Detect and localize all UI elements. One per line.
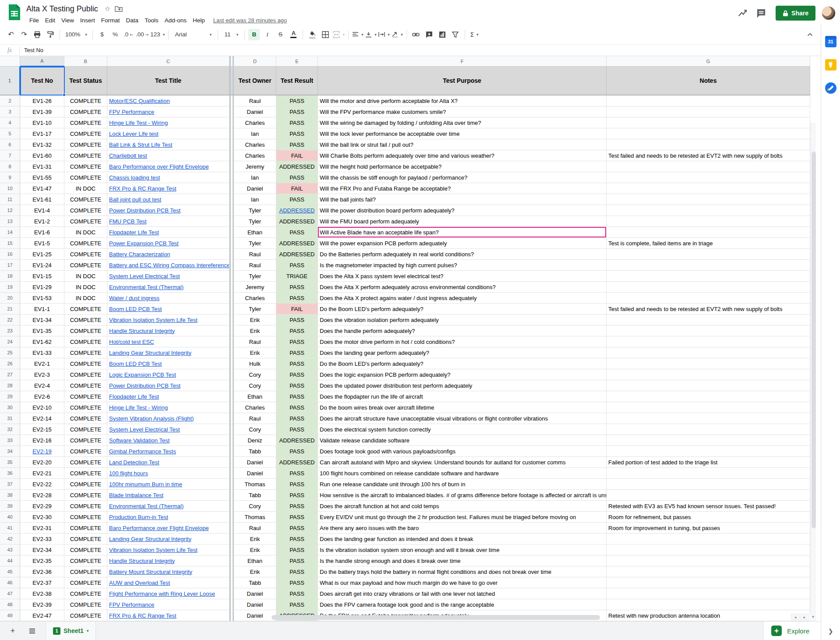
cell-test-result[interactable]: PASS bbox=[276, 534, 318, 545]
activity-icon[interactable] bbox=[737, 7, 748, 19]
test-title-link[interactable]: Production Burn-in Test bbox=[109, 514, 168, 520]
cell-test-no[interactable]: EV2-1 bbox=[20, 358, 64, 369]
cell-test-status[interactable]: COMPLETE bbox=[64, 402, 107, 413]
cell-test-owner[interactable]: Cory bbox=[234, 369, 276, 380]
scroll-down-button[interactable]: ▾ bbox=[810, 613, 816, 620]
cell-test-result[interactable]: PASS bbox=[276, 577, 318, 588]
text-wrap-button[interactable]: ▾ bbox=[378, 29, 390, 40]
cell-test-title[interactable]: Flopdapter Life Test bbox=[107, 391, 229, 402]
filter-button[interactable] bbox=[450, 29, 461, 40]
cell-test-purpose[interactable]: Does the landing gear function as intend… bbox=[318, 534, 607, 545]
row-number[interactable]: 29 bbox=[0, 391, 20, 402]
cell-test-no[interactable]: EV2-22 bbox=[20, 479, 64, 490]
test-title-link[interactable]: Power Distribution PCB Test bbox=[109, 207, 180, 214]
vertical-align-button[interactable]: ▾ bbox=[365, 29, 377, 40]
share-button[interactable]: Share bbox=[776, 6, 815, 21]
cell-test-result[interactable]: ADDRESSED bbox=[276, 435, 318, 446]
cell-notes[interactable] bbox=[607, 369, 810, 380]
add-sheet-button[interactable]: + bbox=[6, 624, 19, 637]
cell-test-result[interactable]: PASS bbox=[276, 555, 318, 566]
cell-test-result[interactable]: PASS bbox=[276, 336, 318, 347]
cell-test-purpose[interactable]: Does the flopdapter run the life of airc… bbox=[318, 391, 607, 402]
column-header-B[interactable]: B bbox=[64, 56, 107, 67]
collapse-toolbar-button[interactable] bbox=[804, 29, 815, 40]
row-number[interactable]: 5 bbox=[0, 128, 20, 139]
test-title-link[interactable]: Land Detection Test bbox=[109, 459, 159, 466]
menu-add-ons[interactable]: Add-ons bbox=[162, 16, 190, 25]
row-number[interactable]: 49 bbox=[0, 610, 20, 621]
cell-notes[interactable] bbox=[607, 599, 810, 610]
cell-test-owner[interactable]: Jeremy bbox=[234, 282, 276, 293]
column-header-C[interactable]: C bbox=[107, 56, 229, 67]
cell-test-result[interactable]: PASS bbox=[276, 227, 318, 238]
menu-edit[interactable]: Edit bbox=[42, 16, 58, 25]
cell-test-purpose[interactable]: Does the Alta X protect agains water / d… bbox=[318, 293, 607, 304]
test-title-link[interactable]: Battery Mount Structural Integrity bbox=[109, 569, 192, 575]
cell-test-result[interactable]: PASS bbox=[276, 599, 318, 610]
cell-test-title[interactable]: FRX Pro & RC Range Test bbox=[107, 610, 229, 621]
test-title-link[interactable]: Hinge Life Test - Wiring bbox=[109, 404, 168, 411]
row-number[interactable]: 14 bbox=[0, 227, 20, 238]
cell-test-title[interactable]: Power Distribution PCB Test bbox=[107, 205, 229, 216]
cell-test-status[interactable]: COMPLETE bbox=[64, 150, 107, 161]
cell-test-result[interactable]: PASS bbox=[276, 402, 318, 413]
cell-test-result[interactable]: PASS bbox=[276, 117, 318, 128]
row-number[interactable]: 4 bbox=[0, 117, 20, 128]
cell-test-purpose[interactable]: Does the aircraft function at hot and co… bbox=[318, 501, 607, 512]
all-sheets-button[interactable] bbox=[25, 624, 39, 637]
column-header-A[interactable]: A bbox=[20, 56, 64, 67]
cell-test-title[interactable]: Flopdapter Life Test bbox=[107, 227, 229, 238]
cell-test-purpose[interactable]: Does footage look good with various payl… bbox=[318, 446, 607, 457]
test-title-link[interactable]: Power Distribution PCB Test bbox=[109, 382, 180, 389]
cell-test-no[interactable]: EV2-38 bbox=[20, 588, 64, 599]
cell-test-result[interactable]: FAIL bbox=[276, 150, 318, 161]
sheet-tab[interactable]: 1 Sheet1 ▾ bbox=[46, 622, 96, 640]
cell-test-result[interactable]: ADDRESSED bbox=[276, 249, 318, 260]
cell-notes[interactable] bbox=[607, 271, 810, 282]
cell-test-no[interactable]: EV1-15 bbox=[20, 271, 64, 282]
cell-notes[interactable] bbox=[607, 490, 810, 501]
row-number[interactable]: 31 bbox=[0, 413, 20, 424]
cell-test-title[interactable]: Water / dust ingress bbox=[107, 293, 229, 304]
row-number[interactable]: 43 bbox=[0, 545, 20, 555]
sheets-logo-icon[interactable] bbox=[8, 4, 21, 21]
cell-test-purpose[interactable]: Will the height hold performance be acce… bbox=[318, 161, 607, 172]
cell-test-title[interactable]: Environmental Test (Thermal) bbox=[107, 501, 229, 512]
header-cell[interactable]: Test No bbox=[20, 67, 64, 95]
cell-test-owner[interactable]: Ethan bbox=[234, 227, 276, 238]
number-format-select[interactable]: 123▾ bbox=[150, 29, 165, 40]
column-header-E[interactable]: E bbox=[276, 56, 318, 67]
cell-test-purpose[interactable]: Do the Boom LED's perform adequately? bbox=[318, 358, 607, 369]
cell-test-no[interactable]: EV1-29 bbox=[20, 282, 64, 293]
cell-test-no[interactable]: EV2-36 bbox=[20, 566, 64, 577]
row-number[interactable]: 35 bbox=[0, 457, 20, 468]
test-title-link[interactable]: Lock Lever Life test bbox=[109, 131, 159, 137]
zoom-select[interactable]: 100%▾ bbox=[64, 29, 89, 40]
menu-insert[interactable]: Insert bbox=[77, 16, 98, 25]
cell-test-title[interactable]: Handle Structural Integrity bbox=[107, 325, 229, 336]
cell-test-no[interactable]: EV2-28 bbox=[20, 490, 64, 501]
test-title-link[interactable]: FRX Pro & RC Range Test bbox=[109, 612, 176, 619]
cell-notes[interactable] bbox=[607, 566, 810, 577]
cell-test-no[interactable]: EV1-62 bbox=[20, 336, 64, 347]
cell-test-status[interactable]: COMPLETE bbox=[64, 588, 107, 599]
row-number[interactable]: 1 bbox=[0, 67, 20, 95]
cell-notes[interactable] bbox=[607, 446, 810, 457]
row-number[interactable]: 42 bbox=[0, 534, 20, 545]
row-number[interactable]: 45 bbox=[0, 566, 20, 577]
cell-test-result[interactable]: TRIAGE bbox=[276, 271, 318, 282]
row-number[interactable]: 9 bbox=[0, 172, 20, 183]
cell-test-no[interactable]: EV1-39 bbox=[20, 106, 64, 117]
test-title-link[interactable]: Landing Gear Structural Integrity bbox=[109, 536, 191, 542]
cell-test-no[interactable]: EV1-33 bbox=[20, 347, 64, 358]
cell-test-no[interactable]: EV2-15 bbox=[20, 424, 64, 435]
cell-test-purpose[interactable]: How senstive is the aircraft to imbalanc… bbox=[318, 490, 607, 501]
cell-test-title[interactable]: Chassis loading test bbox=[107, 172, 229, 183]
cell-test-purpose[interactable]: Do the battery trays hold the battery in… bbox=[318, 566, 607, 577]
cell-test-owner[interactable]: Daniel bbox=[234, 610, 276, 621]
cell-test-owner[interactable]: Daniel bbox=[234, 183, 276, 194]
cell-notes[interactable] bbox=[607, 249, 810, 260]
cell-test-purpose[interactable]: Will the chassis be stiff enough for pay… bbox=[318, 172, 607, 183]
cell-test-owner[interactable]: Ian bbox=[234, 128, 276, 139]
insert-chart-button[interactable] bbox=[437, 29, 448, 40]
